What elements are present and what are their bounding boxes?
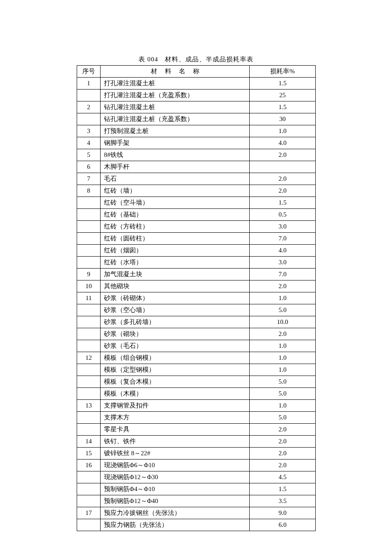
cell-seq [77,257,101,269]
table-row: 红砖（圆砖柱）7.0 [77,233,316,245]
cell-seq: 16 [77,460,101,471]
cell-name: 钻孔灌注混凝土桩 [101,101,250,113]
cell-seq [77,328,101,340]
table-row: 16现浇钢筋Φ6～Φ102.0 [77,460,316,471]
cell-rate: 1.0 [250,352,316,364]
cell-seq: 7 [77,173,101,185]
cell-seq: 6 [77,161,101,173]
table-row: 1打孔灌注混凝土桩1.5 [77,78,316,90]
table-row: 砂浆（毛石）1.0 [77,340,316,352]
table-row: 15镀锌铁丝 8～22#2.0 [77,448,316,460]
cell-seq: 1 [77,78,101,90]
cell-rate: 3.5 [250,495,316,507]
cell-name: 镀锌铁丝 8～22# [101,448,250,460]
cell-name: 打孔灌注混凝土桩 [101,78,250,90]
cell-rate: 30 [250,113,316,125]
cell-seq [77,209,101,221]
cell-seq: 5 [77,149,101,161]
cell-rate: 4.5 [250,471,316,483]
cell-name: 支撑钢管及扣件 [101,400,250,412]
cell-rate: 1.0 [250,292,316,304]
table-row: 砂浆（砌块）2.0 [77,328,316,340]
cell-seq [77,245,101,257]
cell-name: 加气混凝土块 [101,269,250,280]
cell-rate: 0.5 [250,209,316,221]
cell-name: 砂浆（空心墙） [101,304,250,316]
table-row: 13支撑钢管及扣件1.0 [77,400,316,412]
cell-seq: 9 [77,269,101,280]
cell-rate: 5.0 [250,304,316,316]
cell-rate: 10.0 [250,316,316,328]
table-row: 打孔灌注混凝土桩（充盈系数）25 [77,90,316,101]
cell-rate: 25 [250,90,316,101]
cell-seq [77,424,101,436]
table-title: 表 004 材料、成品、半成品损耗率表 [77,55,315,64]
cell-rate: 2.0 [250,328,316,340]
cell-seq [77,495,101,507]
cell-name: 红砖（圆砖柱） [101,233,250,245]
cell-rate: 5.0 [250,388,316,400]
cell-name: 砂浆（多孔砖墙） [101,316,250,328]
cell-rate: 1.0 [250,364,316,376]
cell-rate: 5.0 [250,412,316,424]
cell-seq [77,519,101,531]
cell-seq: 17 [77,507,101,519]
cell-seq: 14 [77,436,101,448]
table-row: 预应力钢筋（先张法）6.0 [77,519,316,531]
cell-rate [250,161,316,173]
cell-rate: 2.0 [250,460,316,471]
cell-rate: 9.0 [250,507,316,519]
cell-rate: 4.0 [250,245,316,257]
table-row: 红砖（水塔）3.0 [77,257,316,269]
cell-name: 红砖（墙） [101,185,250,197]
cell-rate: 1.5 [250,78,316,90]
table-row: 14铁钉、铁件2.0 [77,436,316,448]
cell-rate: 2.0 [250,173,316,185]
cell-name: 模板（复合木模） [101,376,250,388]
cell-seq [77,376,101,388]
table-row: 支撑木方5.0 [77,412,316,424]
cell-seq [77,483,101,495]
cell-seq [77,340,101,352]
table-row: 预制钢筋Φ12～Φ403.5 [77,495,316,507]
cell-seq [77,304,101,316]
cell-name: 红砖（空斗墙） [101,197,250,209]
table-row: 4钢脚手架4.0 [77,137,316,149]
cell-rate: 2.0 [250,149,316,161]
cell-name: 其他砌块 [101,280,250,292]
cell-name: 毛石 [101,173,250,185]
table-row: 红砖（基础）0.5 [77,209,316,221]
cell-rate: 6.0 [250,519,316,531]
cell-seq: 4 [77,137,101,149]
cell-seq [77,90,101,101]
cell-name: 预制钢筋Φ12～Φ40 [101,495,250,507]
cell-seq [77,233,101,245]
table-row: 10其他砌块2.0 [77,280,316,292]
table-row: 预制钢筋Φ4～Φ101.5 [77,483,316,495]
cell-name: 打预制混凝土桩 [101,125,250,137]
cell-name: 打孔灌注混凝土桩（充盈系数） [101,90,250,101]
cell-name: 预应力冷拔钢丝（先张法） [101,507,250,519]
cell-rate: 1.5 [250,483,316,495]
cell-rate: 2.0 [250,185,316,197]
cell-rate: 1.0 [250,340,316,352]
table-header-row: 序号 材料名称 损耗率% [77,66,316,78]
cell-seq: 2 [77,101,101,113]
cell-seq [77,471,101,483]
table-row: 砂浆（多孔砖墙）10.0 [77,316,316,328]
cell-seq [77,364,101,376]
cell-rate: 2.0 [250,280,316,292]
cell-name: 8#铁线 [101,149,250,161]
table-row: 模板（木模）5.0 [77,388,316,400]
cell-rate: 1.0 [250,125,316,137]
cell-name: 钢脚手架 [101,137,250,149]
table-row: 11砂浆（砖砌体）1.0 [77,292,316,304]
cell-name: 现浇钢筋Φ12～Φ30 [101,471,250,483]
cell-name: 预应力钢筋（先张法） [101,519,250,531]
cell-seq [77,412,101,424]
cell-seq: 11 [77,292,101,304]
cell-seq: 8 [77,185,101,197]
table-row: 6木脚手杆 [77,161,316,173]
cell-seq: 15 [77,448,101,460]
cell-name: 木脚手杆 [101,161,250,173]
